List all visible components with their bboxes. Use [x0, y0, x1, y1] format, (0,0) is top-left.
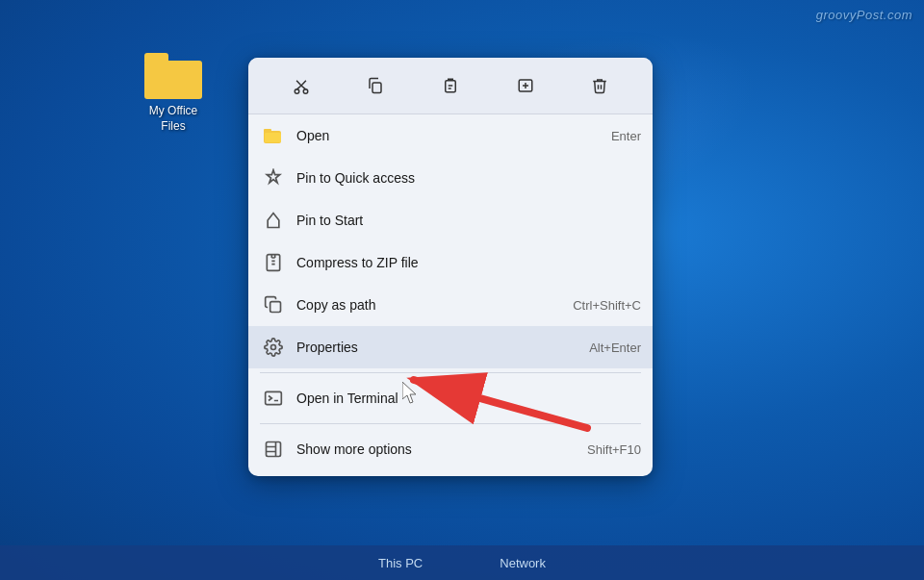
paste-button[interactable]	[432, 67, 469, 104]
open-icon	[260, 122, 287, 149]
desktop-folder-icon[interactable]: My Office Files	[135, 53, 212, 134]
desktop: groovyPost.com My Office Files	[0, 0, 924, 580]
menu-item-properties[interactable]: Properties Alt+Enter	[248, 326, 653, 368]
copy-path-icon	[260, 291, 287, 318]
zip-icon	[260, 249, 287, 276]
pin-quick-label: Pin to Quick access	[296, 170, 641, 186]
context-menu: Open Enter Pin to Quick access Pin to St…	[248, 58, 653, 476]
copy-button[interactable]	[357, 67, 394, 104]
copy-path-shortcut: Ctrl+Shift+C	[573, 298, 641, 313]
menu-item-compress[interactable]: Compress to ZIP file	[248, 241, 653, 284]
copy-path-label: Copy as path	[296, 297, 573, 313]
rename-icon	[517, 77, 534, 94]
paste-icon	[442, 77, 459, 94]
menu-divider	[260, 372, 641, 373]
cut-icon	[293, 77, 310, 94]
menu-item-pin-start[interactable]: Pin to Start	[248, 199, 653, 241]
svg-rect-11	[266, 391, 282, 404]
svg-rect-7	[265, 133, 281, 142]
show-more-icon	[260, 436, 287, 463]
folder-shape	[144, 53, 202, 99]
watermark: groovyPost.com	[816, 8, 912, 22]
terminal-icon	[260, 385, 287, 412]
menu-item-pin-quick[interactable]: Pin to Quick access	[248, 157, 653, 199]
properties-shortcut: Alt+Enter	[589, 340, 641, 355]
svg-rect-8	[267, 255, 279, 271]
open-shortcut: Enter	[611, 129, 641, 143]
taskbar: This PC Network	[0, 545, 924, 580]
show-more-shortcut: Shift+F10	[587, 442, 641, 457]
menu-item-copy-path[interactable]: Copy as path Ctrl+Shift+C	[248, 284, 653, 326]
pin-start-label: Pin to Start	[296, 213, 641, 228]
cut-button[interactable]	[283, 67, 320, 104]
properties-label: Properties	[296, 340, 589, 355]
taskbar-this-pc[interactable]: This PC	[378, 556, 423, 570]
show-more-label: Show more options	[296, 441, 587, 457]
menu-divider-2	[260, 423, 641, 424]
menu-item-terminal[interactable]: Open in Terminal	[248, 377, 653, 419]
properties-icon	[260, 334, 287, 361]
copy-icon	[367, 77, 384, 94]
svg-point-10	[271, 345, 276, 350]
rename-button[interactable]	[507, 67, 544, 104]
pin-quick-icon	[260, 164, 287, 191]
context-toolbar	[248, 58, 653, 114]
svg-rect-12	[267, 442, 281, 457]
menu-item-show-more[interactable]: Show more options Shift+F10	[248, 428, 653, 470]
delete-icon	[591, 77, 608, 94]
svg-rect-9	[270, 302, 281, 313]
svg-rect-6	[264, 129, 271, 133]
folder-label: My Office Files	[149, 104, 197, 134]
pin-start-icon	[260, 207, 287, 234]
compress-label: Compress to ZIP file	[296, 255, 641, 270]
delete-button[interactable]	[581, 67, 618, 104]
svg-rect-2	[372, 83, 381, 93]
terminal-label: Open in Terminal	[296, 391, 641, 406]
open-label: Open	[296, 128, 611, 143]
taskbar-network[interactable]: Network	[500, 556, 546, 570]
menu-item-open[interactable]: Open Enter	[248, 114, 653, 157]
